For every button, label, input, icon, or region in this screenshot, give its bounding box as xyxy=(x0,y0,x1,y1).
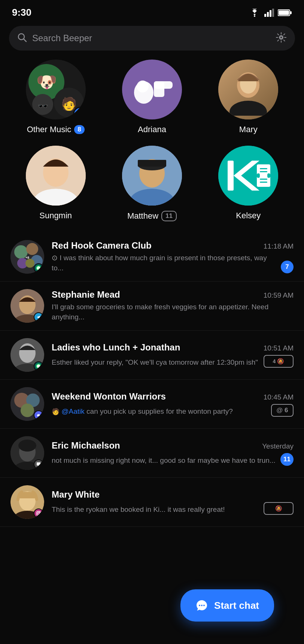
conv-content-eric: Eric Michaelson Yesterday not much is mi… xyxy=(52,440,294,466)
conv-item-mary-white[interactable]: Mary White This is the ryokan we booked … xyxy=(0,478,304,527)
conv-preview-stephanie: I'll grab some groceries to make fresh v… xyxy=(52,302,294,322)
svg-marker-34 xyxy=(234,161,259,191)
svg-point-10 xyxy=(280,36,282,39)
svg-rect-6 xyxy=(290,11,292,14)
chat-bubble-icon xyxy=(195,599,208,612)
svg-rect-37 xyxy=(267,173,270,178)
story-label-adriana: Adriana xyxy=(138,125,166,134)
conv-content-mary-white: Mary White This is the ryokan we booked … xyxy=(52,489,294,515)
conv-content-wonton: Weekend Wonton Warriors 10:45 AM 🧑 @Aati… xyxy=(52,391,294,417)
conv-name-mary-white: Mary White xyxy=(52,489,100,500)
conv-item-stephanie[interactable]: Stephanie Mead 10:59 AM I'll grab some g… xyxy=(0,282,304,331)
conv-item-eric[interactable]: Eric Michaelson Yesterday not much is mi… xyxy=(0,429,304,478)
conv-content-ladies-lunch: Ladies who Lunch + Jonathan 10:51 AM Est… xyxy=(52,342,294,368)
conv-header-stephanie: Stephanie Mead 10:59 AM xyxy=(52,289,294,300)
muted-badge-ladies-lunch: 4 🔕 xyxy=(264,355,294,368)
story-sungmin[interactable]: Sungmin xyxy=(18,146,93,221)
story-badge-other-music: 8 xyxy=(73,107,86,119)
muted-badge-mary-white: 🔕 xyxy=(264,502,294,515)
svg-rect-33 xyxy=(228,161,234,191)
start-chat-button[interactable]: Start chat xyxy=(180,589,274,622)
platform-badge-whatsapp xyxy=(34,263,43,273)
mention-aatik: @Aatik xyxy=(61,407,85,415)
search-bar[interactable]: Search Beeper xyxy=(9,26,295,51)
svg-rect-41 xyxy=(260,182,267,183)
svg-text:🐶: 🐶 xyxy=(36,72,57,92)
status-bar: 9:30 xyxy=(0,0,304,22)
svg-text:🕶️: 🕶️ xyxy=(37,101,48,111)
svg-rect-38 xyxy=(260,168,267,169)
conv-preview-ladies-lunch: Esther liked your reply, "OK we'll cya t… xyxy=(52,358,261,368)
conv-name-wonton: Weekend Wonton Warriors xyxy=(52,391,166,402)
conv-item-ladies-lunch[interactable]: Ladies who Lunch + Jonathan 10:51 AM Est… xyxy=(0,331,304,380)
mention-badge-wonton: @ 6 xyxy=(271,404,294,417)
svg-point-74 xyxy=(201,605,203,606)
conv-preview-row-stephanie: I'll grab some groceries to make fresh v… xyxy=(52,302,294,322)
svg-text:+8: +8 xyxy=(25,256,29,259)
svg-rect-40 xyxy=(260,179,267,180)
platform-badge-instagram xyxy=(34,508,43,518)
svg-point-19 xyxy=(137,80,149,92)
svg-point-0 xyxy=(254,15,255,17)
conversation-list: +8 Red Hook Camera Club 11:18 AM xyxy=(0,233,304,527)
conv-avatar-mary-white xyxy=(10,485,44,519)
story-label-matthew: Matthew 11 xyxy=(127,211,177,221)
conv-content-red-hook: Red Hook Camera Club 11:18 AM ⊙ I was th… xyxy=(52,240,294,273)
conv-preview-mary-white: This is the ryokan we booked in Ki... it… xyxy=(52,505,261,515)
conv-name-red-hook: Red Hook Camera Club xyxy=(52,240,152,251)
conv-name-stephanie: Stephanie Mead xyxy=(52,289,120,300)
conv-time-stephanie: 10:59 AM xyxy=(264,291,294,300)
wifi-icon xyxy=(249,9,261,17)
svg-point-44 xyxy=(26,243,38,255)
svg-point-72 xyxy=(39,512,40,513)
unread-badge-red-hook: 7 xyxy=(281,261,294,273)
svg-point-71 xyxy=(38,513,40,514)
svg-rect-1 xyxy=(264,14,266,17)
conv-preview-eric: not much is missing right now, it... goo… xyxy=(52,456,278,466)
svg-point-73 xyxy=(199,605,200,606)
conv-avatar-ladies-lunch xyxy=(10,338,44,372)
svg-point-65 xyxy=(18,440,36,452)
story-other-music[interactable]: 🐶 🧑 🕶️ 8 Other Music 8 xyxy=(18,60,93,134)
conv-preview-wonton: 🧑 @Aatik can you pick up supplies for th… xyxy=(52,407,269,417)
conv-header-ladies-lunch: Ladies who Lunch + Jonathan 10:51 AM xyxy=(52,342,294,353)
conv-avatar-wonton xyxy=(10,387,44,421)
battery-icon xyxy=(278,9,292,17)
story-label-sungmin: Sungmin xyxy=(39,211,72,221)
search-placeholder: Search Beeper xyxy=(32,33,270,43)
conv-avatar-stephanie xyxy=(10,289,44,323)
svg-point-61 xyxy=(21,404,34,417)
story-count-badge: 8 xyxy=(74,125,84,134)
svg-rect-4 xyxy=(272,9,274,17)
platform-badge-chat xyxy=(34,459,43,469)
svg-rect-32 xyxy=(138,160,166,167)
conv-item-red-hook[interactable]: +8 Red Hook Camera Club 11:18 AM xyxy=(0,233,304,282)
svg-rect-3 xyxy=(270,10,271,17)
svg-line-9 xyxy=(24,39,26,42)
story-mary[interactable]: Mary xyxy=(211,60,286,134)
stories-row-2: Sungmin Matthew 11 xyxy=(0,146,304,233)
story-adriana[interactable]: Adriana xyxy=(115,60,189,134)
conv-preview-row-eric: not much is missing right now, it... goo… xyxy=(52,453,294,466)
conv-time-wonton: 10:45 AM xyxy=(264,393,294,401)
story-label-kelsey: Kelsey xyxy=(236,211,261,221)
story-matthew[interactable]: Matthew 11 xyxy=(115,146,189,221)
story-label-mary: Mary xyxy=(239,125,258,134)
platform-badge-discord xyxy=(34,410,43,420)
svg-point-75 xyxy=(203,605,205,606)
conv-name-ladies-lunch: Ladies who Lunch + Jonathan xyxy=(52,342,180,353)
conv-item-wonton[interactable]: Weekend Wonton Warriors 10:45 AM 🧑 @Aati… xyxy=(0,380,304,429)
status-icons xyxy=(249,9,292,17)
conv-name-eric: Eric Michaelson xyxy=(52,440,120,451)
conv-preview-row-ladies-lunch: Esther liked your reply, "OK we'll cya t… xyxy=(52,355,294,368)
story-kelsey[interactable]: Kelsey xyxy=(211,146,286,221)
conv-header-red-hook: Red Hook Camera Club 11:18 AM xyxy=(52,240,294,251)
settings-icon[interactable] xyxy=(276,32,287,45)
story-matthew-badge: 11 xyxy=(161,211,177,221)
conv-avatar-red-hook: +8 xyxy=(10,240,44,274)
platform-badge-telegram xyxy=(34,312,43,322)
status-time: 9:30 xyxy=(12,7,31,18)
svg-rect-21 xyxy=(154,81,173,89)
svg-rect-2 xyxy=(267,12,269,17)
signal-icon xyxy=(264,9,274,17)
